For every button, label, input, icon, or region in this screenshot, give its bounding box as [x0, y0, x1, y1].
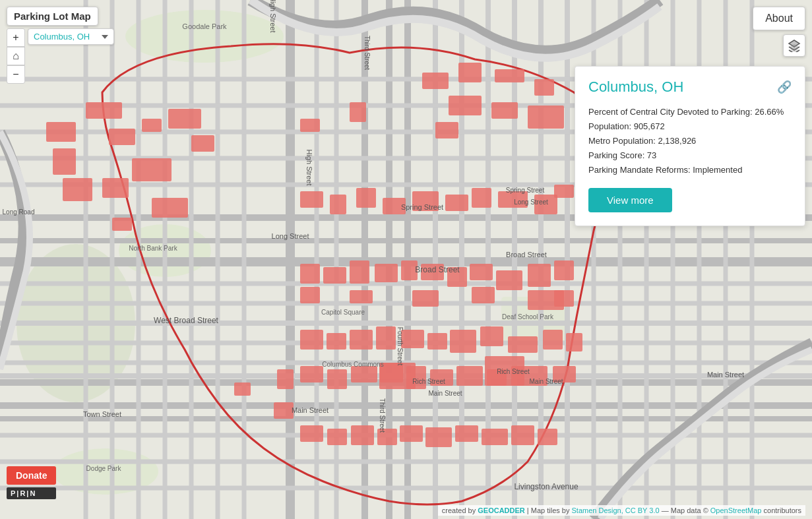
map-controls: Parking Lot Map + ⌂ − Columbus, OH New Y… — [7, 7, 114, 84]
svg-rect-129 — [482, 429, 508, 445]
svg-text:Capitol Square: Capitol Square — [321, 309, 365, 316]
svg-rect-74 — [300, 191, 323, 208]
svg-rect-64 — [422, 73, 449, 89]
svg-rect-53 — [86, 102, 122, 119]
attribution-stamen[interactable]: Stamen Design, CC BY 3.0 — [572, 506, 660, 514]
svg-rect-123 — [327, 429, 347, 445]
svg-rect-96 — [350, 290, 373, 303]
svg-rect-105 — [401, 330, 424, 348]
svg-rect-83 — [554, 185, 574, 198]
svg-rect-70 — [528, 106, 564, 129]
svg-text:Long Street: Long Street — [272, 232, 309, 240]
attribution-contributors: contributors — [764, 506, 801, 514]
svg-rect-84 — [300, 264, 320, 284]
svg-rect-61 — [63, 178, 92, 201]
stat-parking-score: Parking Score: 73 — [588, 148, 792, 163]
svg-rect-108 — [480, 326, 503, 346]
donate-button[interactable]: Donate — [7, 466, 56, 485]
svg-rect-69 — [491, 102, 518, 119]
svg-text:Broad Street: Broad Street — [506, 251, 547, 259]
svg-rect-111 — [566, 333, 582, 351]
svg-rect-113 — [327, 369, 347, 389]
svg-rect-130 — [511, 425, 534, 445]
svg-rect-104 — [376, 326, 396, 350]
svg-text:Spring Street: Spring Street — [401, 203, 443, 211]
svg-text:North Bank Park: North Bank Park — [129, 245, 177, 252]
svg-text:Livingston Avenue: Livingston Avenue — [514, 482, 578, 491]
svg-rect-94 — [554, 260, 574, 280]
svg-rect-131 — [538, 429, 557, 445]
svg-rect-122 — [300, 425, 323, 442]
svg-text:Rich Street: Rich Street — [412, 378, 445, 385]
svg-rect-56 — [142, 119, 162, 132]
svg-rect-127 — [425, 427, 452, 447]
map-container: High Street Third Street Spring Street S… — [0, 0, 812, 519]
svg-rect-63 — [112, 218, 132, 231]
attribution-geocadder[interactable]: GEOCADDER — [478, 506, 525, 514]
zoom-out-button[interactable]: − — [7, 65, 25, 84]
svg-rect-80 — [472, 188, 491, 208]
svg-rect-65 — [458, 63, 482, 82]
stat-population: Population: 905,672 — [588, 119, 792, 134]
svg-text:Long Road: Long Road — [3, 208, 35, 216]
stat-metro-population: Metro Population: 2,138,926 — [588, 134, 792, 148]
city-selector[interactable]: Columbus, OH New York, NY Chicago, IL Lo… — [28, 28, 114, 45]
info-panel-header: Columbus, OH 🔗 — [588, 78, 792, 96]
donate-section: Donate P|R|N — [7, 466, 56, 499]
svg-rect-86 — [350, 260, 369, 284]
zoom-in-button[interactable]: + — [7, 28, 25, 47]
svg-text:Main Street: Main Street — [707, 371, 744, 379]
layers-button[interactable] — [783, 34, 805, 57]
svg-text:High Street: High Street — [269, 0, 277, 33]
svg-rect-73 — [350, 102, 366, 122]
svg-text:Long Street: Long Street — [514, 198, 548, 206]
svg-rect-103 — [350, 330, 373, 350]
map-title: Parking Lot Map — [7, 7, 98, 26]
svg-rect-52 — [46, 122, 76, 142]
svg-text:Main Street: Main Street — [529, 378, 563, 385]
prn-logo: P|R|N — [7, 487, 56, 499]
svg-rect-66 — [495, 69, 524, 82]
svg-text:Spring Street: Spring Street — [506, 187, 545, 194]
svg-rect-60 — [102, 178, 129, 198]
svg-rect-135 — [274, 402, 294, 419]
svg-rect-134 — [277, 369, 294, 389]
svg-rect-95 — [300, 287, 320, 303]
attribution: created by GEOCADDER | Map tiles by Stam… — [438, 505, 805, 516]
svg-rect-118 — [456, 366, 483, 386]
layers-icon — [788, 39, 801, 52]
svg-rect-126 — [400, 425, 423, 442]
link-icon[interactable]: 🔗 — [777, 80, 792, 94]
attribution-osm[interactable]: OpenStreetMap — [710, 506, 762, 514]
svg-rect-92 — [496, 270, 522, 290]
attribution-created: created by — [442, 506, 476, 514]
svg-text:Goodale Park: Goodale Park — [182, 22, 227, 30]
svg-rect-55 — [109, 129, 135, 145]
svg-rect-87 — [375, 264, 398, 282]
svg-rect-106 — [427, 333, 447, 350]
view-more-button[interactable]: View more — [588, 188, 672, 212]
svg-text:High Street: High Street — [305, 149, 313, 185]
svg-rect-128 — [455, 425, 478, 442]
svg-text:Dodge Park: Dodge Park — [86, 465, 122, 472]
svg-text:Rich Street: Rich Street — [497, 368, 530, 375]
info-stats: Percent of Central City Devoted to Parki… — [588, 105, 792, 177]
svg-text:Third Street: Third Street — [363, 36, 371, 70]
svg-rect-72 — [300, 119, 320, 132]
svg-text:Main Street: Main Street — [292, 406, 328, 414]
svg-rect-79 — [445, 195, 468, 211]
svg-rect-97 — [412, 290, 439, 307]
svg-rect-132 — [379, 363, 416, 389]
about-button[interactable]: About — [753, 7, 805, 30]
svg-rect-62 — [152, 198, 188, 218]
stat-parking-percent: Percent of Central City Devoted to Parki… — [588, 105, 792, 119]
svg-rect-114 — [351, 366, 377, 382]
svg-text:Columbus Commons: Columbus Commons — [322, 361, 383, 368]
svg-rect-112 — [300, 366, 323, 382]
svg-rect-93 — [528, 264, 551, 287]
home-button[interactable]: ⌂ — [7, 47, 25, 65]
svg-text:Broad Street: Broad Street — [415, 265, 460, 274]
svg-text:West Broad Street: West Broad Street — [154, 316, 218, 325]
svg-rect-59 — [132, 158, 172, 181]
svg-rect-136 — [234, 382, 251, 396]
